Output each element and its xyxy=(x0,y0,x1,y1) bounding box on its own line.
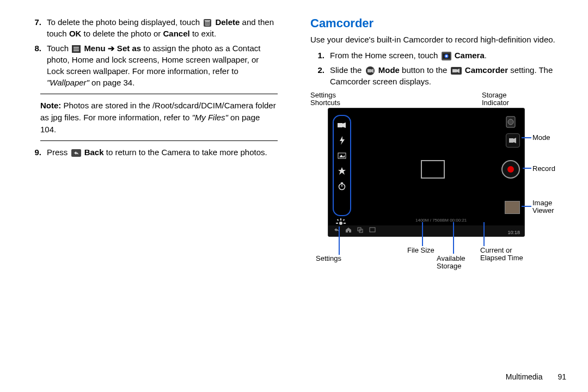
camcorder-icon xyxy=(451,67,462,75)
list-number-8: 8. xyxy=(27,42,41,88)
item-9-body: Press Back to return to the Camera to ta… xyxy=(47,146,278,158)
page-footer: Multimedia 91 xyxy=(506,372,566,381)
svg-marker-26 xyxy=(338,167,346,175)
shortcut-flash-icon xyxy=(336,134,348,146)
label-mode: Mode xyxy=(532,134,550,142)
svg-rect-7 xyxy=(74,47,79,48)
nav-recent-icon xyxy=(357,225,364,235)
nav-home-icon xyxy=(345,225,352,235)
svg-rect-21 xyxy=(338,123,342,127)
shortcut-effect-icon xyxy=(336,165,348,177)
svg-marker-22 xyxy=(342,122,346,128)
svg-rect-5 xyxy=(205,20,210,21)
record-button xyxy=(501,160,520,179)
camera-app-icon xyxy=(442,52,451,60)
left-column: 7. To delete the photo being displayed, … xyxy=(0,0,294,392)
camcorder-illustration: Settings Shortcuts Storage Indicator xyxy=(310,91,561,277)
step-number-2: 2. xyxy=(310,64,324,87)
shortcut-scene-icon xyxy=(336,150,348,162)
storage-indicator xyxy=(504,115,520,129)
clock: 10:18 xyxy=(507,230,520,235)
divider xyxy=(40,140,278,141)
intro-paragraph: Use your device's built-in Camcorder to … xyxy=(310,34,572,45)
right-column: Camcorder Use your device's built-in Cam… xyxy=(294,0,588,392)
step-number-1: 1. xyxy=(310,50,324,61)
svg-rect-31 xyxy=(340,218,341,220)
list-number-9: 9. xyxy=(27,146,41,158)
image-viewer-thumbnail xyxy=(505,201,520,214)
trash-icon xyxy=(203,19,212,27)
svg-rect-33 xyxy=(336,223,338,224)
svg-rect-36 xyxy=(343,219,345,221)
svg-rect-19 xyxy=(452,69,457,72)
divider xyxy=(40,94,278,94)
label-elapsed-time: Current or Elapsed Time xyxy=(480,247,523,262)
label-file-size: File Size xyxy=(407,247,434,254)
svg-marker-25 xyxy=(339,155,345,157)
svg-rect-41 xyxy=(509,138,513,143)
svg-marker-42 xyxy=(513,138,516,143)
label-storage-indicator: Storage Indicator xyxy=(482,91,509,107)
footer-page: 91 xyxy=(558,372,566,381)
svg-rect-29 xyxy=(341,182,343,183)
svg-point-43 xyxy=(507,166,514,173)
svg-rect-8 xyxy=(74,48,79,50)
svg-rect-35 xyxy=(337,219,339,221)
overlay-info-text: 1400M / 7508BM 00:00:21 xyxy=(415,218,467,223)
menu-icon xyxy=(72,45,81,53)
step-2-body: Slide the Mode button to the Camcorder s… xyxy=(330,64,572,87)
svg-rect-34 xyxy=(344,223,346,224)
list-number-7: 7. xyxy=(27,16,41,39)
mode-toggle-icon xyxy=(365,66,375,76)
label-image-viewer: Image Viewer xyxy=(532,199,554,215)
back-icon xyxy=(71,149,81,157)
svg-marker-44 xyxy=(346,228,351,232)
label-settings: Settings xyxy=(316,255,341,262)
item-8-body: Touch Menu ➔ Set as to assign the photo … xyxy=(47,42,278,88)
step-1-body: From the Home screen, touch Camera. xyxy=(330,50,572,61)
label-settings-shortcuts: Settings Shortcuts xyxy=(310,91,340,107)
mode-button xyxy=(506,133,520,148)
label-record: Record xyxy=(532,165,555,173)
focus-indicator xyxy=(421,160,445,179)
svg-point-30 xyxy=(339,222,342,225)
section-heading: Camcorder xyxy=(310,16,572,30)
nav-screenshot-icon xyxy=(369,225,376,235)
svg-rect-9 xyxy=(74,50,79,51)
svg-rect-2 xyxy=(206,22,206,25)
svg-rect-3 xyxy=(207,22,208,25)
footer-chapter: Multimedia xyxy=(506,372,543,381)
svg-rect-4 xyxy=(209,22,209,25)
shortcut-camcorder-icon xyxy=(336,119,348,131)
svg-rect-16 xyxy=(367,69,371,72)
shortcut-timer-icon xyxy=(336,180,348,192)
svg-point-40 xyxy=(508,119,513,125)
svg-marker-23 xyxy=(340,136,345,145)
note-paragraph: Note: Photos are stored in the /Root/sdc… xyxy=(40,100,278,135)
item-7-body: To delete the photo being displayed, tou… xyxy=(47,16,278,39)
nav-bar: 10:18 xyxy=(328,225,524,236)
svg-rect-47 xyxy=(370,228,375,232)
label-available-storage: Available Storage xyxy=(437,255,465,271)
settings-shortcuts-bar xyxy=(333,115,351,216)
svg-point-14 xyxy=(445,55,448,57)
device-screen: 1400M / 7508BM 00:00:21 10:18 xyxy=(328,108,525,237)
